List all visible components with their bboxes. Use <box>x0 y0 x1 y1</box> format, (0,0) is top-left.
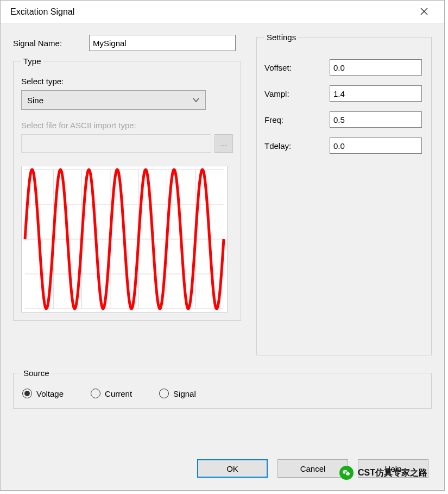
signal-name-row: Signal Name: <box>13 35 241 51</box>
browse-button: ... <box>214 134 233 153</box>
type-legend: Type <box>21 57 43 66</box>
source-radio[interactable]: Current <box>91 389 132 398</box>
setting-label: Vampl: <box>264 89 330 98</box>
radio-input[interactable] <box>159 389 169 398</box>
select-type-label: Select type: <box>21 77 233 86</box>
settings-legend: Settings <box>264 33 298 42</box>
signal-name-input[interactable] <box>89 35 236 51</box>
ascii-import-label: Select file for ASCII import type: <box>21 121 233 130</box>
source-group: Source VoltageCurrentSignal <box>13 368 432 409</box>
signal-preview-plot <box>22 166 227 312</box>
excitation-signal-dialog: Excitation Signal Signal Name: Type Sele… <box>0 0 445 491</box>
setting-row: Tdelay: <box>264 137 424 154</box>
close-button[interactable] <box>412 4 437 20</box>
titlebar: Excitation Signal <box>1 1 444 24</box>
chevron-down-icon <box>192 96 200 104</box>
dialog-body: Signal Name: Type Select type: Sine Sele… <box>1 24 444 490</box>
dialog-buttons: OK Cancel Help <box>197 459 428 478</box>
ok-button[interactable]: OK <box>197 459 268 478</box>
setting-label: Freq: <box>264 115 330 124</box>
setting-input[interactable] <box>330 111 422 128</box>
type-group: Type Select type: Sine Select file for A… <box>13 57 241 321</box>
setting-input[interactable] <box>330 137 422 154</box>
cancel-button[interactable]: Cancel <box>277 459 348 478</box>
setting-label: Voffset: <box>264 63 330 72</box>
settings-group: Settings Voffset:Vampl:Freq:Tdelay: <box>256 33 432 355</box>
setting-label: Tdelay: <box>264 141 330 151</box>
radio-label: Voltage <box>36 389 64 398</box>
source-legend: Source <box>21 368 52 378</box>
help-button[interactable]: Help <box>358 459 428 478</box>
setting-row: Freq: <box>264 111 424 128</box>
setting-row: Vampl: <box>264 85 424 102</box>
radio-input[interactable] <box>91 389 100 398</box>
window-title: Excitation Signal <box>10 7 74 17</box>
close-icon <box>420 8 428 17</box>
signal-name-label: Signal Name: <box>13 39 89 48</box>
setting-input[interactable] <box>330 85 422 102</box>
setting-input[interactable] <box>330 59 422 76</box>
radio-input[interactable] <box>22 389 32 398</box>
type-dropdown[interactable]: Sine <box>21 90 206 110</box>
source-radio[interactable]: Voltage <box>22 389 64 398</box>
signal-preview <box>21 166 228 312</box>
type-dropdown-value: Sine <box>27 96 192 105</box>
source-radio[interactable]: Signal <box>159 389 196 398</box>
radio-label: Current <box>105 389 132 398</box>
setting-row: Voffset: <box>264 59 424 76</box>
ascii-file-input <box>21 134 211 153</box>
radio-label: Signal <box>173 389 196 398</box>
